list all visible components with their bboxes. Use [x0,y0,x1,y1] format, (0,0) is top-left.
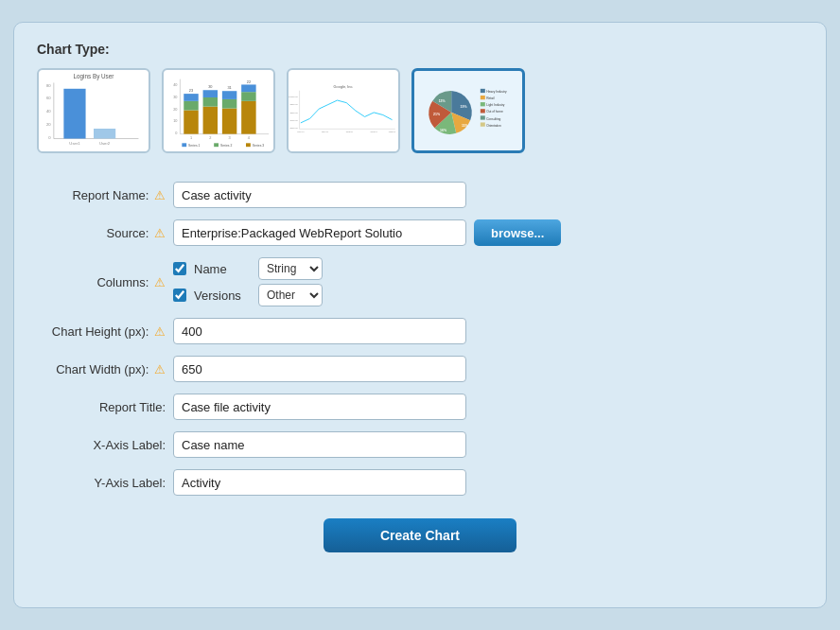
chart-thumb-line[interactable]: Google, Inc. $200.00 $400.00 $600.00 $80… [287,68,400,153]
x-axis-input[interactable] [173,431,466,458]
svg-text:2007/1/1: 2007/1/1 [297,131,304,132]
svg-text:20: 20 [173,108,177,112]
report-title-input[interactable] [173,394,466,420]
column-name-label: Name [194,262,251,276]
svg-text:13%: 13% [439,99,446,103]
svg-rect-43 [246,143,251,147]
svg-text:Google, Inc.: Google, Inc. [334,85,354,89]
report-title-row: Report Title: [37,392,803,422]
browse-button[interactable]: browse... [474,219,561,246]
chart-height-label-text: Chart Height (px): [52,324,149,339]
svg-rect-63 [481,89,485,93]
svg-text:30: 30 [208,85,212,89]
svg-text:21%: 21% [433,113,441,116]
svg-text:60: 60 [46,96,51,100]
source-label-text: Source: [107,226,149,240]
source-input-group: browse... [173,219,799,246]
y-axis-row: Y-Axis Label: [37,467,803,498]
svg-rect-8 [63,89,85,139]
svg-rect-19 [184,111,198,134]
svg-rect-21 [184,94,198,101]
svg-text:Series 1: Series 1 [188,144,201,148]
y-axis-input[interactable] [173,469,466,496]
svg-rect-31 [241,101,255,134]
source-warning-icon: ⚠ [154,226,166,240]
svg-text:$200.00: $200.00 [290,127,299,129]
source-input[interactable] [173,219,466,246]
chart-width-row: Chart Width (px): ⚠ [37,354,803,384]
create-chart-button[interactable]: Create Chart [324,518,516,552]
svg-text:20: 20 [46,122,51,127]
column-versions-type-select[interactable]: String Integer Other Date [258,284,323,306]
svg-rect-71 [481,115,485,119]
svg-text:Heavy Industry: Heavy Industry [486,90,507,94]
y-axis-label: Y-Axis Label: [37,467,169,498]
column-name-type-select[interactable]: String Integer Other Date [258,257,323,280]
column-name-checkbox[interactable] [173,262,186,275]
svg-text:$1000.00: $1000.00 [289,96,298,97]
chart-height-label: Chart Height (px): ⚠ [37,316,169,346]
chart-thumb-stacked-bar[interactable]: 0 10 20 30 40 23 30 31 [162,68,275,153]
column-versions-checkbox[interactable] [173,289,186,302]
svg-text:Orientation: Orientation [486,124,501,128]
svg-text:30: 30 [173,96,177,99]
svg-text:$800.00: $800.00 [290,103,299,105]
chart-thumb-bar[interactable]: Logins By User 0 20 40 60 80 User1 User2 [37,68,150,153]
svg-rect-33 [241,84,255,92]
chart-width-label-text: Chart Width (px): [56,362,149,376]
x-axis-label-text: X-Axis Label: [93,438,166,452]
svg-rect-67 [481,102,485,106]
svg-text:Series 2: Series 2 [220,144,233,148]
columns-label: Columns: ⚠ [37,255,169,308]
svg-rect-23 [203,107,218,134]
svg-rect-24 [203,97,218,107]
svg-rect-27 [222,109,236,134]
svg-text:2008/1/1: 2008/1/1 [346,131,353,132]
svg-text:$400.00: $400.00 [290,119,299,121]
svg-rect-69 [481,109,485,113]
svg-text:Retail: Retail [486,96,494,100]
column-versions-label: Versions [194,289,251,303]
svg-rect-73 [481,122,485,126]
chart-width-input[interactable] [173,356,466,382]
report-name-label: Report Name: ⚠ [37,180,169,210]
svg-text:Light Industry: Light Industry [486,103,505,107]
svg-rect-25 [203,90,218,97]
y-axis-label-text: Y-Axis Label: [95,476,166,490]
svg-rect-20 [184,101,198,111]
svg-text:4: 4 [248,136,251,140]
svg-text:23: 23 [189,89,193,93]
svg-text:3: 3 [229,136,231,140]
svg-text:Logins By User: Logins By User [74,73,114,80]
svg-rect-9 [94,129,115,139]
svg-text:31: 31 [227,86,231,90]
x-axis-row: X-Axis Label: [37,429,803,460]
svg-text:2: 2 [209,136,211,140]
svg-rect-41 [214,143,219,147]
svg-text:40: 40 [173,83,177,87]
svg-text:0: 0 [48,135,51,140]
svg-text:0: 0 [175,131,177,135]
svg-text:Consulting: Consulting [486,117,500,121]
svg-text:19%: 19% [460,105,467,109]
svg-text:10: 10 [173,119,177,123]
chart-height-input[interactable] [173,318,466,344]
report-name-input[interactable] [173,182,466,208]
svg-rect-28 [222,99,236,109]
columns-cell: Name String Integer Other Date Versions … [173,257,799,306]
columns-label-text: Columns: [96,275,149,289]
chart-config-container: Chart Type: Logins By User 0 20 40 60 80… [13,22,827,608]
svg-rect-32 [241,92,255,101]
svg-text:80: 80 [46,83,51,88]
svg-text:15%: 15% [462,124,469,128]
source-label: Source: ⚠ [37,218,169,248]
svg-text:2008/7/1: 2008/7/1 [370,131,376,132]
svg-text:$600.00: $600.00 [290,112,299,114]
chart-height-row: Chart Height (px): ⚠ [37,316,803,346]
svg-text:1: 1 [190,136,192,140]
chart-thumb-pie[interactable]: 19% 15% 16% 21% 13% Heavy Industry Retai… [411,68,525,153]
svg-text:2007/7/1: 2007/7/1 [322,131,328,132]
svg-text:40: 40 [46,109,51,114]
report-name-row: Report Name: ⚠ [37,180,803,210]
report-title-label-text: Report Title: [99,400,166,414]
